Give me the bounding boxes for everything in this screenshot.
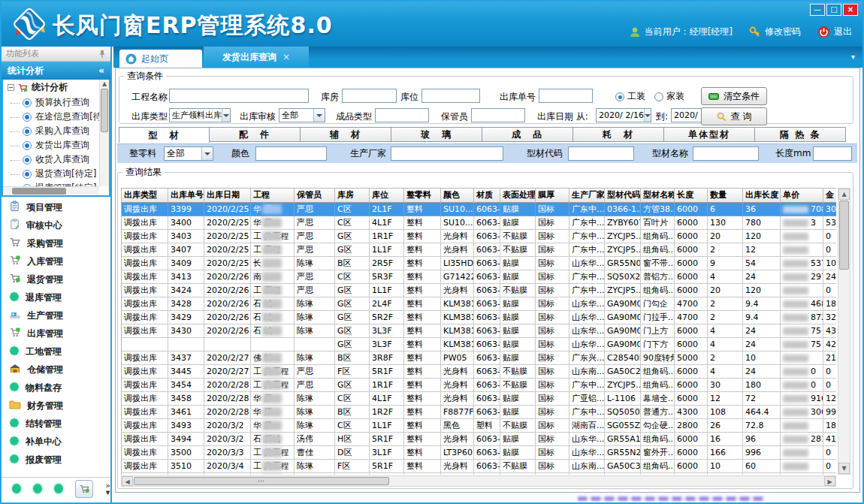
column-header[interactable]: 整零料	[404, 189, 441, 203]
table-vertical-scrollbar[interactable]: ▲ ▼	[838, 188, 850, 475]
table-row[interactable]: 调拨出库34032020/2/25工 共工程严思G区1R1F整料光身料6063-…	[122, 230, 836, 243]
column-header[interactable]: 型材代码	[605, 189, 641, 203]
tree-item-5[interactable]: 退货查询[待定]	[3, 167, 99, 181]
module-dot-icon[interactable]	[54, 484, 63, 493]
table-row[interactable]: 调拨出库34542020/2/28工 共工程严思G区1R1F整料光身料6063-…	[122, 379, 836, 392]
column-header[interactable]: 库房	[335, 189, 370, 203]
factory-input[interactable]	[391, 146, 503, 161]
tree-item-2[interactable]: 采购入库查询	[3, 124, 99, 138]
material-tab-3[interactable]: 玻 璃	[391, 127, 482, 142]
sidebar-item-14[interactable]: 报废管理	[2, 451, 110, 469]
sidebar-item-12[interactable]: 结转管理	[2, 415, 110, 433]
table-row[interactable]: 调拨出库34002020/2/25华 原...严思C区4L1F整料SU10...…	[122, 216, 836, 230]
tab-home[interactable]: 起始页	[119, 50, 202, 68]
sidebar-item-10[interactable]: 物料盘存	[2, 379, 110, 397]
date-from-select[interactable]: 2020/ 2/16	[596, 108, 651, 122]
sidebar-item-7[interactable]: 出库管理	[2, 324, 110, 343]
maximize-button[interactable]: □	[826, 4, 841, 16]
cart-module-button[interactable]	[75, 480, 93, 498]
tree-item-0[interactable]: 预算执行查询	[3, 95, 99, 110]
warehouse-input[interactable]	[342, 89, 397, 103]
expander-icon[interactable]	[8, 84, 14, 91]
column-header[interactable]: 单价	[781, 189, 823, 203]
table-row[interactable]: 调拨出库34302020/2/26石 城陈琳G区3L3F整料KLM3817606…	[122, 324, 836, 338]
module-dot-icon[interactable]	[33, 484, 42, 493]
column-header[interactable]: 出库长度	[743, 189, 781, 203]
table-row[interactable]: 调拨出库34582020/2/28华 原...陈琳C区4L1F整料光身料6063…	[122, 392, 836, 406]
logout-button[interactable]: 退出	[817, 26, 852, 38]
tree-vertical-scrollbar[interactable]: ▲	[99, 80, 109, 186]
table-horizontal-scrollbar[interactable]: ◀ ▶	[121, 475, 836, 487]
tree-item-1[interactable]: 在途信息查询[待	[3, 110, 99, 124]
sidebar-item-3[interactable]: 入库管理	[2, 252, 110, 270]
table-row[interactable]: G区3L3F整料KLM38176063-T5贴膜国标山东华...GA90M09.…	[122, 338, 836, 352]
profile-name-input[interactable]	[693, 146, 759, 161]
table-row[interactable]: 调拨出库34242020/2/26工 工程严思G区1L1F整料光身料6063-T…	[122, 284, 836, 297]
sidebar-item-0[interactable]: 项目管理	[2, 198, 110, 216]
table-row[interactable]: 调拨出库35002020/3/3工 共工程曹佳D区3L1F整料LT3P60606…	[122, 446, 836, 460]
zhengling-select[interactable]: 全部	[164, 146, 213, 161]
sidebar-item-13[interactable]: 补单中心	[2, 433, 110, 451]
tree-root-statistics[interactable]: 统计分析	[3, 80, 99, 95]
sidebar-overflow-button[interactable]: »▾	[105, 482, 110, 496]
material-tab-2[interactable]: 辅 材	[301, 127, 391, 142]
sidebar-item-1[interactable]: 审核中心	[2, 216, 110, 234]
table-row[interactable]: 调拨出库34092020/2/25长 ...陈琳B区2R5F整料LI35HD60…	[122, 257, 836, 270]
color-input[interactable]	[255, 146, 327, 161]
table-row[interactable]: 调拨出库34282020/2/26石 城陈琳G区2L4F整料KLM3817606…	[122, 297, 836, 311]
length-input[interactable]	[813, 146, 852, 161]
column-header[interactable]: 出库单号	[168, 189, 204, 203]
location-input[interactable]	[421, 89, 480, 103]
tree-item-6[interactable]: 退库管理[待定]	[3, 181, 99, 186]
tab-close-icon[interactable]: ×	[282, 52, 290, 62]
material-tab-4[interactable]: 成 品	[482, 127, 573, 142]
table-row[interactable]: 调拨出库35122020/3/4工 共工程陈琳F区1L2F整料光身料6063-T…	[122, 473, 836, 475]
tab-overflow-icon[interactable]: ▾	[851, 53, 855, 61]
radio-gongzhuang[interactable]: 工装	[615, 90, 645, 103]
tree-item-3[interactable]: 发货出库查询	[3, 138, 99, 152]
table-row[interactable]: 调拨出库34372020/2/27佛 料...陈琳B区3R8F整料PW05606…	[122, 352, 836, 365]
tree-item-4[interactable]: 收货入库查询	[3, 152, 99, 167]
column-header[interactable]: 出库类型	[122, 189, 168, 203]
column-header[interactable]: 膜厚	[536, 189, 569, 203]
material-tab-0[interactable]: 型 材	[119, 127, 210, 143]
column-header[interactable]: 长度	[675, 189, 708, 203]
material-tab-5[interactable]: 耗 材	[573, 127, 664, 142]
pin-icon[interactable]	[98, 50, 106, 59]
close-button[interactable]: ×	[843, 4, 858, 16]
tree-horizontal-scrollbar[interactable]	[3, 186, 99, 195]
clear-conditions-button[interactable]: 清空条件	[701, 87, 767, 105]
sidebar-item-8[interactable]: 工地管理	[2, 343, 110, 361]
column-header[interactable]: 材质	[474, 189, 500, 203]
search-button[interactable]: 查 询	[701, 107, 767, 125]
material-tab-6[interactable]: 单体型材	[664, 127, 755, 142]
order-no-input[interactable]	[539, 89, 593, 103]
radio-jiazhuang[interactable]: 家装	[654, 90, 684, 103]
column-header[interactable]: 保管员	[295, 189, 335, 203]
keeper-input[interactable]	[471, 108, 525, 122]
column-header[interactable]: 颜色	[441, 189, 474, 203]
material-tab-1[interactable]: 配 件	[210, 127, 301, 142]
tab-shipment-outbound-query[interactable]: 发货出库查询 ×	[204, 47, 309, 68]
change-password-button[interactable]: 修改密码	[749, 26, 801, 38]
column-header[interactable]: 出库日期	[204, 189, 251, 203]
table-row[interactable]: 调拨出库34942020/3/2石 辉城汤伟H区5R1F整料光身料6063-T5…	[122, 433, 836, 446]
module-dot-icon[interactable]	[12, 484, 21, 493]
column-header[interactable]: 工程	[251, 189, 295, 203]
sidebar-item-2[interactable]: 采购管理	[2, 234, 110, 252]
table-row[interactable]: 调拨出库33992020/2/25华 原...严思C区2L1F整料SU10...…	[122, 203, 836, 216]
table-row[interactable]: 调拨出库34452020/2/27工 共工程严思F区5R1F整料光身料6063-…	[122, 365, 836, 379]
material-tab-7[interactable]: 隔 热 条	[755, 127, 846, 142]
project-name-input[interactable]	[169, 89, 309, 103]
stats-group-header[interactable]: 统计分析 «	[2, 62, 110, 80]
profile-code-input[interactable]	[568, 146, 634, 161]
column-header[interactable]: 表面处理	[500, 189, 536, 203]
collapse-icon[interactable]: «	[98, 62, 104, 80]
column-header[interactable]: 库位	[370, 189, 404, 203]
product-type-input[interactable]	[375, 108, 429, 122]
sidebar-item-9[interactable]: 仓储管理	[2, 361, 110, 379]
column-header[interactable]: 数量	[708, 189, 743, 203]
table-row[interactable]: 调拨出库34132020/2/26南 ...严思C区5R3F整料G7142260…	[122, 270, 836, 284]
minimize-button[interactable]: —	[810, 4, 825, 16]
table-row[interactable]: 调拨出库34612020/2/28华 原...陈琳B区1R2F整料F8877FT…	[122, 406, 836, 419]
